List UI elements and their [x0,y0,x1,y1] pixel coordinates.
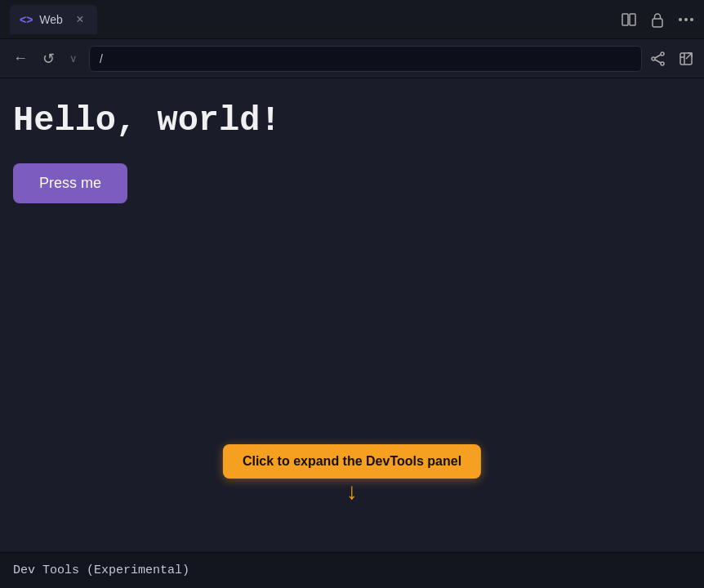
dev-tools-label: Dev Tools (Experimental) [13,564,189,577]
title-bar: <> Web × [0,0,704,39]
open-external-icon[interactable] [678,51,694,67]
more-options-icon[interactable] [678,17,694,22]
share-icon[interactable] [650,51,666,67]
devtools-tooltip[interactable]: Click to expand the DevTools panel ↓ [223,444,481,503]
tab-close-button[interactable]: × [73,12,87,27]
press-me-button[interactable]: Press me [13,163,127,203]
nav-right-controls [650,51,694,67]
svg-point-4 [684,18,688,21]
back-button[interactable]: ← [10,47,31,70]
reload-button[interactable]: ↺ [39,47,58,71]
browser-tab[interactable]: <> Web × [10,5,97,34]
svg-rect-2 [653,19,662,27]
url-bar[interactable]: / [89,46,642,72]
dropdown-button[interactable]: ∨ [66,49,81,68]
titlebar-right-controls [621,11,694,28]
svg-line-9 [655,55,661,58]
svg-point-5 [690,18,693,21]
lock-icon[interactable] [650,11,665,28]
tooltip-arrow-icon: ↓ [346,480,358,503]
svg-line-10 [655,60,661,63]
svg-point-6 [661,52,664,56]
svg-point-3 [679,18,682,21]
nav-bar: ← ↺ ∨ / [0,39,704,78]
split-view-icon[interactable] [621,11,637,28]
tab-code-icon: <> [20,13,33,26]
tooltip-text: Click to expand the DevTools panel [223,444,481,479]
svg-point-8 [661,62,664,65]
svg-rect-1 [630,14,635,25]
browser-content: Hello, world! Press me Click to expand t… [0,78,704,552]
tab-title: Web [39,13,63,26]
page-heading: Hello, world! [13,101,691,140]
svg-rect-0 [622,14,628,25]
dev-tools-bar[interactable]: Dev Tools (Experimental) [0,552,704,588]
svg-point-7 [652,57,655,60]
url-text: / [100,52,103,65]
